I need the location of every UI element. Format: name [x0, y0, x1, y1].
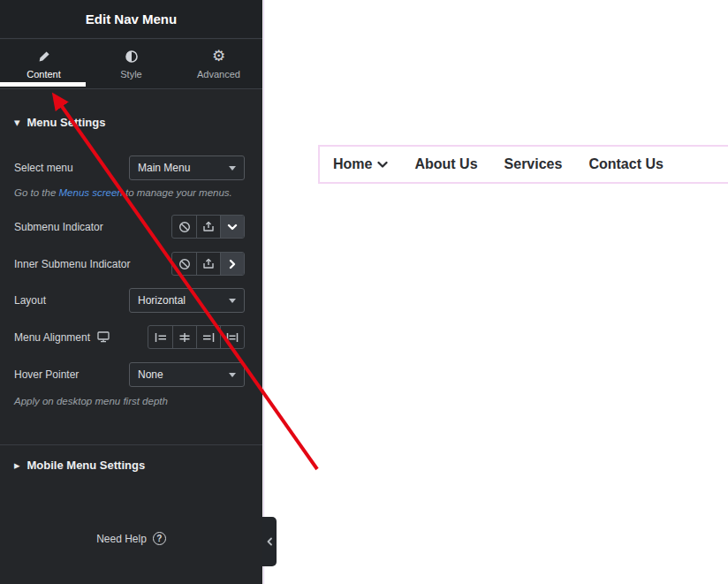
active-tab-indicator — [0, 82, 86, 87]
caret-right-icon: ▸ — [14, 459, 20, 472]
panel-tabs: Content Style ⚙ Advanced — [0, 40, 262, 89]
chevron-right-icon — [228, 259, 237, 269]
inner-submenu-indicator-none-button[interactable] — [172, 253, 196, 275]
align-justify-icon — [225, 332, 239, 343]
section-outline — [263, 0, 264, 584]
chevron-down-icon — [227, 223, 238, 231]
control-label: Submenu Indicator — [14, 221, 103, 233]
submenu-indicator-arrow-button[interactable] — [220, 216, 244, 238]
chevron-down-icon — [377, 161, 388, 169]
tab-label: Advanced — [197, 69, 240, 80]
pencil-icon — [37, 49, 51, 64]
page-title: Edit Nav Menu — [86, 11, 177, 27]
section-menu-settings-header[interactable]: ▾ Menu Settings — [14, 116, 105, 129]
menu-alignment-group — [148, 325, 245, 349]
tab-label: Content — [27, 69, 61, 80]
nav-item-label: About Us — [414, 156, 477, 172]
ban-icon — [178, 221, 191, 233]
align-end-icon — [201, 332, 216, 343]
panel-collapse-handle[interactable] — [262, 517, 277, 566]
nav-menu-widget[interactable]: Home About Us Services Contact Us — [318, 145, 728, 184]
nav-item-label: Home — [333, 156, 372, 172]
align-justify-button[interactable] — [220, 326, 244, 348]
align-end-button[interactable] — [196, 326, 220, 348]
question-circle-icon: ? — [153, 532, 166, 545]
gear-icon: ⚙ — [212, 49, 226, 64]
hover-pointer-dropdown[interactable]: None — [129, 362, 245, 387]
need-help-label: Need Help — [96, 533, 147, 545]
nav-item-about-us[interactable]: About Us — [414, 156, 477, 172]
ban-icon — [178, 258, 191, 270]
hover-pointer-hint: Apply on desktop menu first depth — [14, 396, 252, 406]
tab-advanced[interactable]: ⚙ Advanced — [175, 40, 262, 88]
control-label: Select menu — [14, 162, 73, 174]
section-mobile-menu-settings-header[interactable]: ▸ Mobile Menu Settings — [14, 459, 145, 472]
menu-alignment-row: Menu Alignment — [14, 325, 245, 349]
select-value: None — [138, 368, 163, 381]
align-start-button[interactable] — [148, 326, 172, 348]
caret-down-icon — [229, 299, 236, 303]
select-menu-dropdown[interactable]: Main Menu — [129, 155, 245, 180]
hover-pointer-row: Hover Pointer None — [14, 362, 245, 387]
layout-dropdown[interactable]: Horizontal — [129, 288, 245, 313]
align-start-icon — [154, 332, 168, 343]
upload-icon — [202, 221, 215, 232]
elementor-editor-screen: Home About Us Services Contact Us Edit N… — [0, 0, 728, 584]
tab-content[interactable]: Content — [0, 40, 87, 88]
select-value: Main Menu — [138, 162, 190, 174]
select-value: Horizontal — [138, 294, 186, 307]
elementor-panel: Edit Nav Menu Content Style — [0, 0, 262, 584]
hint-text: Go to the — [14, 187, 59, 198]
control-label-text: Menu Alignment — [14, 331, 90, 344]
menus-screen-link[interactable]: Menus screen — [59, 187, 123, 198]
select-menu-row: Select menu Main Menu — [14, 155, 245, 180]
menus-screen-hint: Go to the Menus screen to manage your me… — [14, 187, 252, 198]
submenu-indicator-none-button[interactable] — [172, 216, 196, 238]
control-label: Menu Alignment — [14, 331, 110, 344]
chevron-left-icon — [266, 537, 273, 546]
nav-item-services[interactable]: Services — [504, 156, 563, 172]
nav-item-contact-us[interactable]: Contact Us — [588, 156, 663, 172]
panel-header: Edit Nav Menu — [0, 0, 262, 39]
control-label: Hover Pointer — [14, 368, 79, 381]
hint-text: to manage your menus. — [123, 187, 232, 198]
need-help-link[interactable]: Need Help ? — [0, 532, 262, 545]
submenu-indicator-upload-button[interactable] — [196, 216, 220, 238]
tab-label: Style — [120, 69, 141, 80]
inner-submenu-indicator-row: Inner Submenu Indicator — [14, 252, 245, 276]
section-title: Mobile Menu Settings — [27, 459, 146, 472]
nav-item-label: Contact Us — [588, 156, 663, 172]
caret-down-icon — [229, 373, 236, 377]
caret-down-icon — [229, 166, 236, 171]
inner-submenu-indicator-upload-button[interactable] — [196, 253, 220, 275]
control-label: Layout — [14, 294, 46, 307]
caret-down-icon: ▾ — [14, 117, 20, 129]
align-center-icon — [178, 332, 192, 343]
layout-row: Layout Horizontal — [14, 288, 245, 313]
inner-submenu-indicator-arrow-button[interactable] — [220, 253, 244, 275]
device-desktop-icon[interactable] — [97, 331, 110, 343]
align-center-button[interactable] — [172, 326, 196, 348]
tab-style[interactable]: Style — [87, 40, 175, 88]
contrast-icon — [125, 49, 139, 64]
nav-item-home[interactable]: Home — [333, 156, 388, 172]
submenu-indicator-group — [171, 215, 245, 239]
control-label: Inner Submenu Indicator — [14, 258, 130, 270]
section-title: Menu Settings — [27, 116, 106, 129]
preview-canvas: Home About Us Services Contact Us — [262, 0, 728, 584]
inner-submenu-indicator-group — [171, 252, 245, 276]
upload-icon — [202, 258, 215, 269]
section-divider — [0, 444, 262, 445]
submenu-indicator-row: Submenu Indicator — [14, 215, 245, 239]
nav-item-label: Services — [504, 156, 563, 172]
